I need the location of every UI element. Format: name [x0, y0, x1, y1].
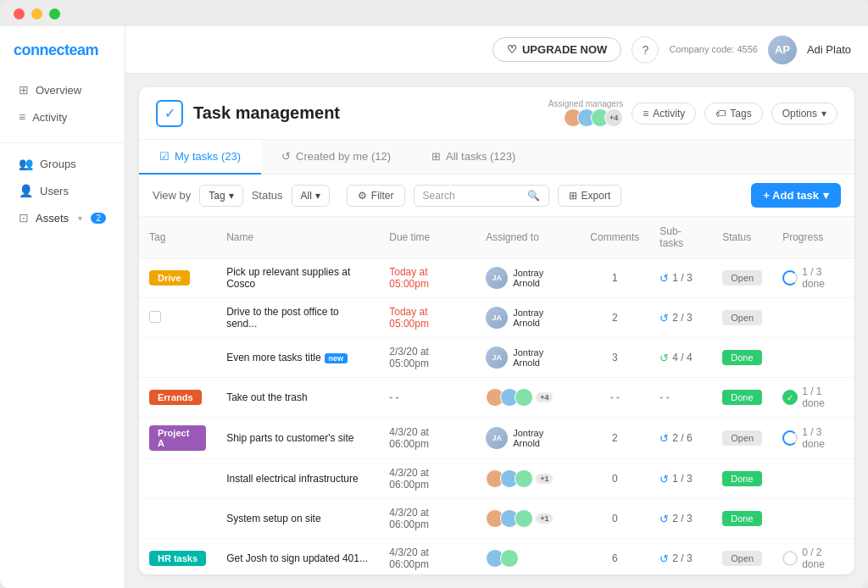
activity-button[interactable]: ≡ Activity: [632, 103, 696, 125]
task-checkbox[interactable]: [149, 311, 161, 323]
tab-created-by-me[interactable]: ↺ Created by me (12): [261, 140, 411, 175]
cell-progress: 0 / 2 done: [772, 539, 854, 575]
tag-icon: 🏷: [715, 108, 726, 119]
sidebar-item-groups[interactable]: 👥 Groups: [5, 150, 120, 177]
table-row[interactable]: Install electrical infrastructure4/3/20 …: [139, 459, 854, 499]
question-icon: ?: [642, 43, 648, 57]
cell-progress: 1 / 3 done: [772, 418, 854, 459]
cell-due-time: Today at 05:00pm: [379, 258, 476, 298]
cell-comments: 1: [580, 258, 649, 298]
cell-status: Open: [712, 258, 772, 298]
tab-bar: ☑ My tasks (23) ↺ Created by me (12) ⊞ A…: [139, 140, 854, 175]
upgrade-button[interactable]: ♡ UPGRADE NOW: [492, 37, 621, 62]
cell-subtasks: ↺2 / 3: [649, 298, 712, 338]
user-icon: 👤: [19, 184, 33, 197]
chevron-down-icon: ▾: [821, 108, 826, 119]
cell-comments: 3: [580, 338, 649, 378]
export-icon: ⊞: [569, 190, 577, 202]
content-card: ✓ Task management Assigned managers +4: [139, 87, 854, 574]
sidebar-item-assets[interactable]: ⊡ Assets ▾ 2: [5, 204, 120, 231]
search-icon: 🔍: [527, 190, 540, 202]
list-icon: ≡: [19, 110, 25, 124]
cell-comments: 0: [580, 459, 649, 499]
cell-due-time: Today at 05:00pm: [379, 298, 476, 338]
cell-assigned-to: JAJontray Arnold: [476, 298, 580, 338]
tab-all-tasks[interactable]: ⊞ All tasks (123): [411, 140, 536, 175]
cell-tag: [139, 338, 216, 378]
manager-avatar-count: +4: [604, 108, 623, 127]
cell-status: Open: [712, 539, 772, 575]
cell-progress: [772, 499, 854, 539]
cell-subtasks: ↺4 / 4: [649, 338, 712, 378]
cell-name: Pick up relevant supplies at Cosco: [216, 258, 379, 298]
cell-name: Take out the trash: [216, 378, 379, 418]
cell-tag: Errands: [139, 378, 216, 418]
cell-comments: 0: [580, 499, 649, 539]
cell-name: Drive to the post office to send...: [216, 298, 379, 338]
col-progress: Progress: [772, 217, 854, 258]
sidebar-item-overview[interactable]: ⊞ Overview: [5, 76, 120, 103]
user-avatar[interactable]: AP: [768, 36, 797, 64]
status-label: Status: [252, 189, 283, 202]
tags-button[interactable]: 🏷 Tags: [704, 103, 762, 125]
task-management-icon: ✓: [156, 100, 183, 127]
cell-progress: [772, 459, 854, 499]
table-row[interactable]: Even more tasks titlenew2/3/20 at 05:00p…: [139, 338, 854, 378]
table-row[interactable]: System setup on site4/3/20 at 06:00pm+10…: [139, 499, 854, 539]
cell-tag: Project A: [139, 418, 216, 459]
cell-subtasks: ↺2 / 3: [649, 539, 712, 575]
cell-tag: [139, 298, 216, 338]
sidebar-item-users[interactable]: 👤 Users: [5, 177, 120, 204]
view-by-select[interactable]: Tag ▾: [199, 185, 242, 207]
cell-assigned-to: +1: [476, 499, 580, 539]
main-content: ✓ Task management Assigned managers +4: [125, 74, 868, 588]
card-header: ✓ Task management Assigned managers +4: [139, 87, 854, 140]
table-row[interactable]: ErrandsTake out the trash- -+4- -- -Done…: [139, 378, 854, 418]
sidebar-item-activity[interactable]: ≡ Activity: [5, 103, 120, 130]
cell-assigned-to: JAJontray Arnold: [476, 338, 580, 378]
options-button[interactable]: Options ▾: [771, 103, 837, 125]
cell-assigned-to: JAJontray Arnold: [476, 258, 580, 298]
close-button[interactable]: [14, 8, 25, 19]
cell-comments: 2: [580, 298, 649, 338]
task-table-container: Tag Name Due time Assigned to Comments S…: [139, 217, 854, 574]
cell-status: Open: [712, 418, 772, 459]
cell-subtasks: ↺2 / 3: [649, 499, 712, 539]
cell-name: Install electrical infrastructure: [216, 459, 379, 499]
activity-icon: ≡: [643, 108, 648, 119]
heart-icon: ♡: [507, 43, 517, 56]
cell-due-time: 4/3/20 at 06:00pm: [379, 418, 476, 459]
cell-name: Even more tasks titlenew: [216, 338, 379, 378]
cell-progress: [772, 298, 854, 338]
table-row[interactable]: HR tasksGet Josh to sign updated 401...4…: [139, 539, 854, 575]
col-status: Status: [712, 217, 772, 258]
sidebar-section-manage: 👥 Groups 👤 Users ⊡ Assets ▾ 2: [0, 150, 125, 231]
col-due-time: Due time: [379, 217, 476, 258]
status-select[interactable]: All ▾: [292, 185, 330, 207]
table-row[interactable]: Project AShip parts to customer's site4/…: [139, 418, 854, 459]
grid-icon: ⊞: [19, 83, 29, 97]
maximize-button[interactable]: [49, 8, 60, 19]
cell-progress: 1 / 1 done: [772, 378, 854, 418]
minimize-button[interactable]: [31, 8, 42, 19]
cell-status: Done: [712, 378, 772, 418]
help-button[interactable]: ?: [632, 36, 659, 64]
cell-assigned-to: +4: [476, 378, 580, 418]
cell-name: Get Josh to sign updated 401...: [216, 539, 379, 575]
tab-my-tasks[interactable]: ☑ My tasks (23): [139, 140, 261, 175]
cell-status: Done: [712, 499, 772, 539]
cell-comments: 2: [580, 418, 649, 459]
cell-tag: [139, 499, 216, 539]
table-row[interactable]: DrivePick up relevant supplies at CoscoT…: [139, 258, 854, 298]
chevron-down-icon: ▾: [229, 190, 234, 202]
filter-button[interactable]: ⚙ Filter: [347, 185, 405, 207]
cell-progress: [772, 338, 854, 378]
add-task-button[interactable]: + Add task ▾: [751, 183, 841, 208]
col-tag: Tag: [139, 217, 216, 258]
table-row[interactable]: Drive to the post office to send...Today…: [139, 298, 854, 338]
view-by-label: View by: [153, 189, 191, 202]
cell-progress: 1 / 3 done: [772, 258, 854, 298]
cell-assigned-to: JAJontray Arnold: [476, 418, 580, 459]
export-button[interactable]: ⊞ Export: [558, 185, 622, 207]
search-box[interactable]: Search 🔍: [414, 185, 549, 207]
